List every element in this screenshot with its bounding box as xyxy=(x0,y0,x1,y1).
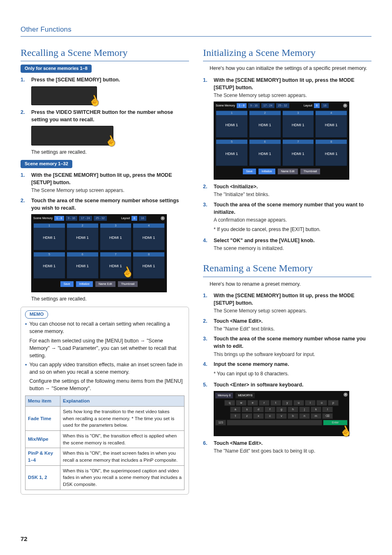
kbd-input-field[interactable]: MEMORY8 xyxy=(235,393,255,398)
key[interactable]: m xyxy=(311,413,321,419)
scene-cell[interactable]: 1HDMI 1 xyxy=(216,110,248,138)
rename-step-2: Touch <Name Edit>. xyxy=(214,318,263,324)
backspace-key[interactable]: ⌫ xyxy=(322,413,333,419)
scene-cell[interactable]: 8HDMI 1 xyxy=(315,139,347,166)
memo-bullet-2: You can apply video transition effects, … xyxy=(29,362,182,375)
scene-cell[interactable]: 6HDMI 1 xyxy=(67,252,99,279)
table-cell-value: When this is "ON", the inset screen fade… xyxy=(60,448,184,465)
pointing-hand-icon: ☝ xyxy=(102,132,120,150)
layout-16[interactable]: 16 xyxy=(139,216,146,221)
scene-memory-screen: Scene Memory 1 - 8 9 - 16 17 - 24 25 - 3… xyxy=(31,214,167,292)
key[interactable]: j xyxy=(299,407,310,412)
header-rule xyxy=(21,36,371,37)
menu-items-table: Menu item Explanation Fade Time Sets how… xyxy=(25,395,184,490)
table-cell-value: When this is "ON", the superimposed capt… xyxy=(60,465,184,490)
thumbnail-button[interactable]: Thumbnail xyxy=(300,169,321,174)
pill-only-1-8: Only for scene memories 1–8 xyxy=(21,65,92,73)
char-limit-note: * You can input up to 8 characters. xyxy=(203,370,371,377)
left-column: Recalling a Scene Memory Only for scene … xyxy=(21,46,189,495)
space-key[interactable] xyxy=(227,420,322,426)
thumbnail-button[interactable]: Thumbnail xyxy=(118,281,138,287)
close-icon[interactable]: ✕ xyxy=(344,393,348,397)
save-button[interactable]: Save xyxy=(60,281,74,287)
step-number: 1. xyxy=(21,171,28,194)
scene-cell[interactable]: 3HDMI 1 xyxy=(100,223,132,250)
key[interactable]: o xyxy=(316,400,327,406)
layout-label: Layout xyxy=(304,104,312,108)
key[interactable]: w xyxy=(236,400,247,406)
key[interactable]: r xyxy=(259,400,270,406)
numeric-toggle-key[interactable]: 123 xyxy=(215,420,226,426)
tab-17-24[interactable]: 17 - 24 xyxy=(261,103,274,108)
key[interactable]: f xyxy=(265,407,275,412)
rename-intro: Here's how to rename a preset memory. xyxy=(203,280,371,288)
layout-8[interactable]: 8 xyxy=(314,103,320,108)
name-edit-button[interactable]: Name Edit xyxy=(95,281,115,287)
init-step-1: With the [SCENE MEMORY] button lit up, p… xyxy=(214,77,354,90)
tab-25-32[interactable]: 25 - 32 xyxy=(94,216,107,221)
close-icon[interactable]: ✕ xyxy=(343,104,347,108)
key[interactable]: y xyxy=(282,400,293,406)
rename-step-3: Touch the area of the scene memory numbe… xyxy=(214,336,366,349)
step-number: 2. xyxy=(21,197,28,212)
step-result: The scene memory is initialized. xyxy=(214,245,371,252)
initialize-button[interactable]: Initialize xyxy=(258,169,275,174)
scene-cell[interactable]: 4HDMI 1 xyxy=(315,110,347,138)
initialize-button[interactable]: Initialize xyxy=(76,281,93,287)
scene-memory-screen: Scene Memory 1 - 8 9 - 16 17 - 24 25 - 3… xyxy=(214,102,349,180)
step-result: The "Name Edit" text goes back to being … xyxy=(214,448,371,455)
key[interactable]: k xyxy=(311,407,321,412)
scene-cell[interactable]: 2HDMI 1 xyxy=(67,223,99,250)
key[interactable]: s xyxy=(242,407,252,412)
table-row: Fade Time Sets how long the transition t… xyxy=(25,407,184,431)
tab-9-16[interactable]: 9 - 16 xyxy=(248,103,260,108)
scene-cell[interactable]: 5HDMI 1 xyxy=(33,252,65,279)
right-column: Initializing a Scene Memory Here's how y… xyxy=(203,46,371,495)
key[interactable]: x xyxy=(253,413,264,419)
tab-1-8[interactable]: 1 - 8 xyxy=(54,216,64,221)
key[interactable]: p xyxy=(328,400,339,406)
step-result: The "Initialize" text blinks. xyxy=(214,191,371,198)
key[interactable]: i xyxy=(305,400,316,406)
scene-cell[interactable]: 3HDMI 1 xyxy=(282,110,314,138)
scene-cell[interactable]: 8HDMI 1 xyxy=(133,252,165,279)
init-intro: Here's how you can initialize the settin… xyxy=(203,65,371,72)
key[interactable]: b xyxy=(288,413,298,419)
tab-1-8[interactable]: 1 - 8 xyxy=(237,103,247,108)
step-result: A confirmation message appears. xyxy=(214,217,371,224)
name-edit-button[interactable]: Name Edit xyxy=(278,169,298,174)
tab-17-24[interactable]: 17 - 24 xyxy=(79,216,92,221)
save-button[interactable]: Save xyxy=(243,169,256,174)
layout-16[interactable]: 16 xyxy=(321,103,329,108)
table-cell-key: PinP & Key 1–4 xyxy=(25,448,60,465)
recall32-step-1: 1. With the [SCENE MEMORY] button lit up… xyxy=(21,171,189,194)
close-icon[interactable]: ✕ xyxy=(161,216,165,220)
key[interactable]: t xyxy=(270,400,281,406)
scene-cell[interactable]: 5HDMI 1 xyxy=(216,139,248,166)
key[interactable]: v xyxy=(276,413,287,419)
key[interactable]: u xyxy=(293,400,304,406)
shift-key[interactable]: ⇧ xyxy=(230,413,241,419)
key[interactable]: h xyxy=(288,407,298,412)
key[interactable]: a xyxy=(230,407,241,412)
table-header-explanation: Explanation xyxy=(60,396,184,407)
key[interactable]: n xyxy=(299,413,310,419)
tab-25-32[interactable]: 25 - 32 xyxy=(276,103,289,108)
scene-cell[interactable]: 7HDMI 1 xyxy=(282,139,314,166)
layout-8[interactable]: 8 xyxy=(131,216,137,221)
key[interactable]: c xyxy=(265,413,275,419)
scene-cell[interactable]: 1HDMI 1 xyxy=(33,223,65,250)
scene-cell[interactable]: 2HDMI 1 xyxy=(249,110,281,138)
scene-cell[interactable]: 6HDMI 1 xyxy=(249,139,281,166)
key[interactable]: d xyxy=(253,407,264,412)
key[interactable]: g xyxy=(276,407,287,412)
key[interactable]: z xyxy=(242,413,252,419)
memo-bullet-2-detail: Configure the settings of the following … xyxy=(29,377,184,392)
scene-cell[interactable]: 4HDMI 1 xyxy=(133,223,165,250)
key[interactable]: q xyxy=(224,400,235,406)
table-cell-value: When this is "ON", the transition effect… xyxy=(60,431,184,448)
rename-step-1: With the [SCENE MEMORY] button lit up, p… xyxy=(214,293,354,306)
tab-9-16[interactable]: 9 - 16 xyxy=(66,216,77,221)
key[interactable]: l xyxy=(322,407,333,412)
key[interactable]: e xyxy=(247,400,258,406)
